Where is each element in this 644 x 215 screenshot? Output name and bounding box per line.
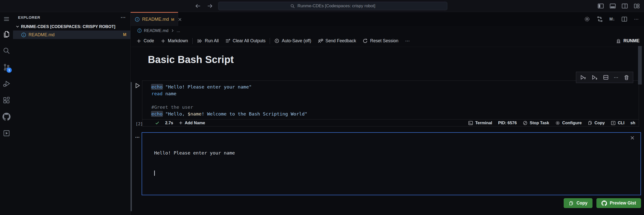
toggle-panel-icon[interactable]	[609, 3, 616, 9]
info-icon	[135, 17, 140, 22]
toggle-primary-sidebar-icon[interactable]	[597, 3, 604, 9]
add-name-button[interactable]: Add Name	[179, 120, 205, 125]
success-check-icon	[155, 120, 160, 125]
tab-bar: README.md M	[131, 12, 644, 26]
files-icon	[3, 30, 11, 38]
explorer-sidebar: EXPLORER ⋯ RUNME-CDES [CODESPACES: CRISP…	[13, 12, 130, 215]
history-forward-icon[interactable]	[207, 3, 213, 9]
breadcrumb-file[interactable]: README.md	[144, 28, 168, 33]
sidebar-item-explorer[interactable]	[0, 26, 13, 42]
copy-button[interactable]: Copy	[564, 198, 592, 208]
stop-task-button[interactable]: Stop Task	[523, 120, 549, 126]
code-line[interactable]: echo "Hello! Please enter your name"	[151, 84, 639, 90]
menu-button[interactable]	[0, 12, 13, 26]
info-icon	[137, 28, 142, 33]
info-icon	[21, 32, 26, 38]
tab-modified-badge: M	[171, 17, 174, 22]
markdown-export-button[interactable]: M↓	[609, 17, 615, 22]
cell-more-actions[interactable]: ⋯	[614, 75, 619, 80]
toggle-secondary-sidebar-icon[interactable]	[621, 3, 628, 9]
execute-above-icon[interactable]	[580, 74, 586, 80]
execution-order-label: [2]	[136, 122, 143, 126]
sidebar-item-source-control[interactable]: 1	[0, 59, 13, 76]
trash-icon[interactable]	[624, 75, 629, 80]
split-editor-icon[interactable]	[621, 16, 627, 22]
tab-label: README.md	[142, 17, 169, 22]
add-markdown-cell-button[interactable]: Markdown	[157, 35, 191, 47]
configure-button[interactable]: Configure	[555, 120, 582, 126]
auto-save-icon	[274, 38, 279, 44]
cell-output-terminal[interactable]: Hello! Please enter your name	[142, 132, 641, 195]
command-center-search[interactable]: Runme-CDEs [Codespaces: crispy robot]	[218, 2, 447, 10]
toolbar-more-actions[interactable]: ⋯	[402, 38, 414, 44]
run-all-icon	[197, 38, 203, 44]
sidebar-item-github[interactable]	[0, 108, 13, 125]
reset-session-button[interactable]: Reset Session	[359, 35, 402, 47]
stop-circle-icon	[523, 120, 528, 126]
explorer-more-actions[interactable]: ⋯	[121, 14, 126, 20]
editor-scrollbar-thumb[interactable]	[638, 46, 642, 84]
add-code-cell-button[interactable]: Code	[133, 35, 157, 47]
tab-close-icon[interactable]	[178, 17, 182, 22]
title-bar: Runme-CDEs [Codespaces: crispy robot]	[0, 0, 644, 12]
copy-icon	[588, 120, 592, 125]
code-line[interactable]	[151, 97, 639, 104]
language-picker[interactable]: sh	[630, 120, 635, 125]
copy-cell-button[interactable]: Copy	[588, 120, 605, 125]
search-icon	[290, 4, 295, 8]
cell-toolbar: ⋯	[576, 72, 633, 83]
sidebar-item-extensions[interactable]	[0, 92, 13, 108]
tab-readme[interactable]: README.md M	[131, 12, 178, 26]
file-row-readme[interactable]: README.md M	[13, 30, 130, 39]
editor-more-actions[interactable]: ⋯	[634, 16, 639, 22]
clear-outputs-icon	[225, 38, 230, 44]
search-text: Runme-CDEs [Codespaces: crispy robot]	[297, 4, 375, 8]
code-line[interactable]: read name	[151, 90, 639, 97]
editor-actions: M↓ ⋯	[584, 16, 639, 22]
cli-icon	[611, 120, 616, 126]
sidebar-item-search[interactable]	[0, 42, 13, 59]
breadcrumb[interactable]: README.md ...	[131, 26, 644, 35]
output-more-actions[interactable]: ⋯	[135, 134, 140, 140]
cli-button[interactable]: CLI	[611, 120, 624, 126]
clear-all-outputs-button[interactable]: Clear All Outputs	[222, 35, 269, 47]
terminal-button[interactable]: Terminal	[468, 120, 492, 126]
runme-notebook-icon	[3, 129, 11, 137]
kernel-picker[interactable]: RUNME	[616, 38, 639, 44]
copy-icon	[569, 201, 574, 206]
workspace-section-header[interactable]: RUNME-CDES [CODESPACES: CRISPY ROBOT]	[13, 22, 130, 30]
history-back-icon[interactable]	[195, 3, 201, 9]
execute-below-icon[interactable]	[591, 74, 598, 80]
breadcrumb-ellipsis[interactable]: ...	[177, 28, 180, 33]
customize-layout-icon[interactable]	[633, 3, 640, 9]
pid-label: PID: 6576	[498, 120, 517, 125]
chevron-right-icon	[170, 28, 175, 33]
github-icon	[3, 113, 11, 121]
gear-icon[interactable]	[584, 16, 590, 22]
code-lines[interactable]: echo "Hello! Please enter your name"read…	[142, 81, 639, 119]
cell-focus-indicator[interactable]	[131, 82, 132, 211]
run-debug-icon	[3, 80, 11, 88]
terminal-icon	[468, 120, 473, 126]
plus-icon	[136, 38, 141, 44]
hamburger-menu-icon	[3, 16, 10, 22]
run-all-button[interactable]: Run All	[194, 35, 222, 47]
code-cell: echo "Hello! Please enter your name"read…	[142, 80, 639, 126]
modified-badge: M	[123, 32, 126, 37]
code-line[interactable]: #Greet the user	[151, 104, 639, 110]
close-output-icon[interactable]	[630, 135, 635, 140]
kernel-label: RUNME	[623, 38, 639, 44]
cell-duration: 2.7s	[165, 120, 173, 125]
markdown-heading: Basic Bash Script	[148, 54, 234, 65]
gear-icon	[555, 120, 560, 126]
session-sync-icon[interactable]	[597, 16, 603, 22]
preview-gist-button[interactable]: Preview Gist	[596, 198, 641, 208]
send-feedback-button[interactable]: Send Feedback	[314, 35, 360, 47]
chevron-down-icon	[15, 24, 20, 29]
code-line[interactable]: echo "Hello, $name! Welcome to the Bash …	[151, 110, 639, 117]
sidebar-item-runme[interactable]	[0, 125, 13, 142]
split-cell-icon[interactable]	[603, 74, 609, 80]
auto-save-toggle[interactable]: Auto-Save (off)	[271, 35, 314, 47]
run-cell-button[interactable]	[134, 82, 141, 89]
sidebar-item-run-debug[interactable]	[0, 76, 13, 92]
